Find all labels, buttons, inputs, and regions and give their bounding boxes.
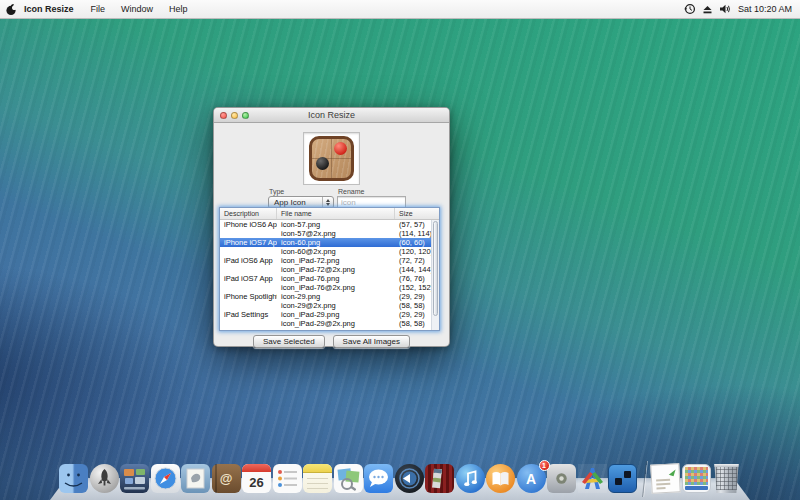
zoom-button[interactable] <box>242 112 249 119</box>
table-row[interactable]: icon-60@2x.png (120, 120) <box>220 247 439 256</box>
cell-description: iPad iOS6 App <box>220 256 277 265</box>
menu-clock[interactable]: Sat 10:20 AM <box>738 4 792 14</box>
icon-resize-window: Icon Resize Type App Icon Rename Descrip… <box>213 107 450 347</box>
dock: 26 <box>0 452 800 500</box>
cell-description: iPhone Spotlight i… <box>220 292 277 301</box>
menu-help[interactable]: Help <box>161 4 196 14</box>
eject-icon[interactable] <box>702 4 713 15</box>
mail-icon[interactable] <box>181 464 210 493</box>
time-machine-icon[interactable] <box>684 3 696 15</box>
scrollbar-thumb[interactable] <box>433 221 438 316</box>
icon-tool-a-icon[interactable] <box>578 464 607 493</box>
calendar-icon[interactable]: 26 <box>242 464 271 493</box>
volume-icon[interactable] <box>719 3 732 15</box>
cell-filename: icon-57@2x.png <box>277 229 395 238</box>
red-piece-graphic <box>334 142 347 155</box>
rename-label: Rename <box>338 188 364 195</box>
launchpad-icon[interactable] <box>90 464 119 493</box>
system-preferences-icon[interactable] <box>547 464 576 493</box>
icon-resize-app-icon[interactable] <box>608 464 637 493</box>
notes-icon[interactable] <box>303 464 332 493</box>
column-header-filename[interactable]: File name <box>277 208 395 219</box>
itunes-icon[interactable] <box>456 464 485 493</box>
finder-icon[interactable] <box>59 464 88 493</box>
cell-filename: icon_iPad-76.png <box>277 274 395 283</box>
dock-separator <box>639 459 650 493</box>
trash-icon[interactable] <box>712 464 741 493</box>
table-row[interactable]: iPad iOS7 App icon_iPad-76.png (76, 76) <box>220 274 439 283</box>
menu-app-name[interactable]: Icon Resize <box>22 4 83 14</box>
column-header-description[interactable]: Description <box>220 208 277 219</box>
table-row[interactable]: icon_iPad-29@2x.png (58, 58) <box>220 319 439 328</box>
safari-icon[interactable] <box>151 464 180 493</box>
table-row[interactable]: iPad Settings icon_iPad-29.png (29, 29) <box>220 310 439 319</box>
cell-filename: icon-60.png <box>277 238 395 247</box>
icon-preview-well[interactable] <box>303 132 360 185</box>
menu-bar: Icon Resize File Window Help <box>0 0 800 19</box>
save-selected-button[interactable]: Save Selected <box>253 335 325 348</box>
table-row[interactable]: icon_iPad-72@2x.png (144, 144) <box>220 265 439 274</box>
cell-description: iPad iOS7 App <box>220 274 277 283</box>
cell-filename: icon_iPad-40.png <box>277 328 395 330</box>
cell-filename: icon_iPad-29@2x.png <box>277 319 395 328</box>
table-row[interactable]: iPad Spotlight iOS 7 icon_iPad-40.png (4… <box>220 328 439 330</box>
table-header-row: Description File name Size <box>220 208 439 220</box>
contacts-icon[interactable] <box>212 464 241 493</box>
photo-booth-icon[interactable] <box>425 464 454 493</box>
reminders-icon[interactable] <box>273 464 302 493</box>
menu-window[interactable]: Window <box>113 4 161 14</box>
cell-filename: icon-57.png <box>277 220 395 229</box>
cell-filename: icon-29.png <box>277 292 395 301</box>
calendar-header <box>242 464 271 472</box>
cell-description: iPhone iOS6 App <box>220 220 277 229</box>
table-row[interactable]: icon_iPad-76@2x.png (152, 152) <box>220 283 439 292</box>
ibooks-icon[interactable] <box>486 464 515 493</box>
cell-filename: icon-60@2x.png <box>277 247 395 256</box>
documents-stack-icon[interactable] <box>650 463 680 493</box>
black-piece-graphic <box>316 157 329 170</box>
cell-description: iPad Spotlight iOS 7 <box>220 328 277 330</box>
save-all-images-button[interactable]: Save All Images <box>333 335 410 348</box>
app-store-icon[interactable]: 1 <box>517 464 546 493</box>
type-label: Type <box>269 188 284 195</box>
messages-icon[interactable] <box>364 464 393 493</box>
type-popup-value: App Icon <box>274 198 306 207</box>
cell-filename: icon_iPad-72.png <box>277 256 395 265</box>
cell-description: iPad Settings <box>220 310 277 319</box>
window-titlebar[interactable]: Icon Resize <box>214 108 449 123</box>
column-header-size[interactable]: Size <box>395 208 439 219</box>
desktop: Icon Resize File Window Help <box>0 0 800 500</box>
preview-icon[interactable] <box>334 464 363 493</box>
menu-file[interactable]: File <box>83 4 114 14</box>
applications-stack-icon[interactable] <box>682 464 711 493</box>
table-row[interactable]: icon-57@2x.png (114, 114) <box>220 229 439 238</box>
cell-filename: icon_iPad-76@2x.png <box>277 283 395 292</box>
table-row-selected[interactable]: iPhone iOS7 App icon-60.png (60, 60) <box>220 238 439 247</box>
app-store-badge: 1 <box>539 460 550 471</box>
window-title: Icon Resize <box>308 110 355 120</box>
table-row[interactable]: icon-29@2x.png (58, 58) <box>220 301 439 310</box>
table-body: iPhone iOS6 App icon-57.png (57, 57) ico… <box>220 220 439 330</box>
cell-description: iPhone iOS7 App <box>220 238 277 247</box>
icon-table: Description File name Size iPhone iOS6 A… <box>219 207 440 331</box>
calendar-day-number: 26 <box>242 472 271 493</box>
close-button[interactable] <box>220 112 227 119</box>
table-row[interactable]: iPad iOS6 App icon_iPad-72.png (72, 72) <box>220 256 439 265</box>
minimize-button[interactable] <box>231 112 238 119</box>
cell-filename: icon_iPad-29.png <box>277 310 395 319</box>
table-scrollbar[interactable] <box>431 220 439 330</box>
app-icon-preview-image <box>309 136 354 181</box>
mission-control-icon[interactable] <box>120 464 149 493</box>
quicktime-icon[interactable] <box>395 464 424 493</box>
apple-menu-icon[interactable] <box>0 3 22 16</box>
table-row[interactable]: iPhone iOS6 App icon-57.png (57, 57) <box>220 220 439 229</box>
table-row[interactable]: iPhone Spotlight i… icon-29.png (29, 29) <box>220 292 439 301</box>
cell-filename: icon-29@2x.png <box>277 301 395 310</box>
cell-filename: icon_iPad-72@2x.png <box>277 265 395 274</box>
